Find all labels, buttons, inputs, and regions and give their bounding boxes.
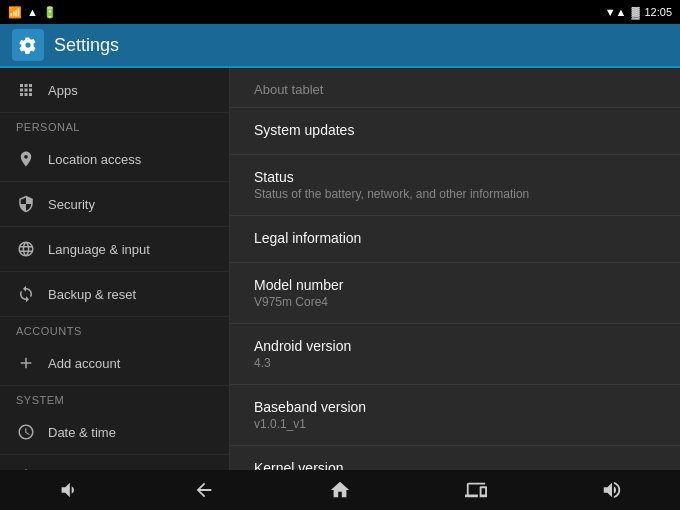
sidebar-item-security[interactable]: Security — [0, 182, 229, 227]
time-display: 12:05 — [644, 6, 672, 18]
baseband-title: Baseband version — [254, 399, 656, 415]
back-button[interactable] — [173, 473, 235, 507]
wifi-icon: 📶 — [8, 6, 22, 19]
baseband-value: v1.0.1_v1 — [254, 417, 656, 431]
content-legal[interactable]: Legal information — [230, 216, 680, 263]
apps-icon — [16, 80, 36, 100]
app-title: Settings — [54, 35, 119, 56]
sidebar-language-label: Language & input — [48, 242, 150, 257]
security-icon — [16, 194, 36, 214]
clock-icon — [16, 422, 36, 442]
language-icon — [16, 239, 36, 259]
sidebar-item-language[interactable]: Language & input — [0, 227, 229, 272]
model-value: V975m Core4 — [254, 295, 656, 309]
settings-gear-icon — [19, 36, 37, 54]
home-button[interactable] — [309, 473, 371, 507]
signal-icon: ▲ — [27, 6, 38, 18]
sidebar-item-date[interactable]: Date & time — [0, 410, 229, 455]
content-baseband: Baseband version v1.0.1_v1 — [230, 385, 680, 446]
sidebar-item-apps[interactable]: Apps — [0, 68, 229, 113]
content-android-version: Android version 4.3 — [230, 324, 680, 385]
accessibility-icon — [16, 467, 36, 470]
content-area: About tablet System updates Status Statu… — [230, 68, 680, 470]
sidebar-location-label: Location access — [48, 152, 141, 167]
app-header: Settings — [0, 24, 680, 68]
content-kernel: Kernel version 3.10.10-01254-g25f3c41-di… — [230, 446, 680, 470]
volume-down-button[interactable] — [37, 473, 99, 507]
model-title: Model number — [254, 277, 656, 293]
legal-title: Legal information — [254, 230, 656, 246]
sidebar-item-add-account[interactable]: Add account — [0, 341, 229, 386]
section-label-system: SYSTEM — [0, 386, 229, 410]
recents-button[interactable] — [445, 473, 507, 507]
sidebar-item-location[interactable]: Location access — [0, 137, 229, 182]
sidebar-add-account-label: Add account — [48, 356, 120, 371]
location-icon — [16, 149, 36, 169]
sidebar: Apps PERSONAL Location access Security L… — [0, 68, 230, 470]
system-updates-title: System updates — [254, 122, 656, 138]
sidebar-backup-label: Backup & reset — [48, 287, 136, 302]
battery-icon: 🔋 — [43, 6, 57, 19]
add-icon — [16, 353, 36, 373]
battery-level: ▓ — [631, 6, 639, 18]
content-system-updates[interactable]: System updates — [230, 108, 680, 155]
section-label-personal: PERSONAL — [0, 113, 229, 137]
wifi-indicator: ▼▲ — [605, 6, 627, 18]
status-left-icons: 📶 ▲ 🔋 — [8, 6, 57, 19]
volume-up-button[interactable] — [581, 473, 643, 507]
sidebar-accessibility-label: Accessibility — [48, 470, 119, 471]
sidebar-item-backup[interactable]: Backup & reset — [0, 272, 229, 317]
sidebar-date-label: Date & time — [48, 425, 116, 440]
status-title: Status — [254, 169, 656, 185]
kernel-title: Kernel version — [254, 460, 656, 470]
content-status[interactable]: Status Status of the battery, network, a… — [230, 155, 680, 216]
content-header: About tablet — [230, 68, 680, 108]
sidebar-apps-label: Apps — [48, 83, 78, 98]
android-version-value: 4.3 — [254, 356, 656, 370]
status-subtitle: Status of the battery, network, and othe… — [254, 187, 656, 201]
bottom-navigation — [0, 470, 680, 510]
status-right-icons: ▼▲ ▓ 12:05 — [605, 6, 672, 18]
settings-icon — [12, 29, 44, 61]
status-bar: 📶 ▲ 🔋 ▼▲ ▓ 12:05 — [0, 0, 680, 24]
android-version-title: Android version — [254, 338, 656, 354]
backup-icon — [16, 284, 36, 304]
sidebar-security-label: Security — [48, 197, 95, 212]
main-layout: Apps PERSONAL Location access Security L… — [0, 68, 680, 470]
sidebar-item-accessibility[interactable]: Accessibility — [0, 455, 229, 470]
content-model: Model number V975m Core4 — [230, 263, 680, 324]
section-label-accounts: ACCOUNTS — [0, 317, 229, 341]
